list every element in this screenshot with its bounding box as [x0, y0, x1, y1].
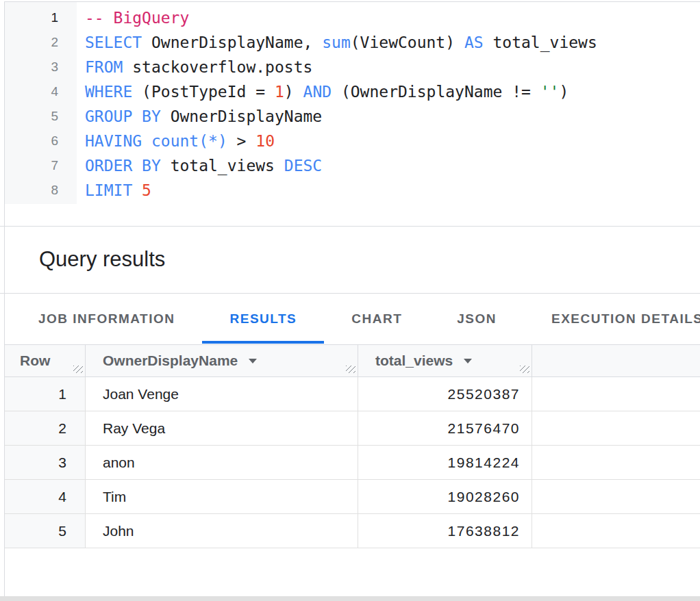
table-row: 2 Ray Vega 21576470: [5, 411, 700, 446]
column-header-ownerdisplayname: OwnerDisplayName: [86, 345, 358, 376]
column-dropdown-icon[interactable]: [249, 359, 257, 363]
code-text: HAVING count(*) > 10: [77, 129, 275, 153]
cell-row-number: 4: [5, 480, 86, 513]
cell-row-number: 3: [5, 446, 86, 479]
line-number: 4: [5, 79, 77, 104]
code-line: 1 -- BigQuery: [5, 5, 700, 30]
line-number: 1: [5, 5, 77, 30]
cell-filler: [532, 514, 700, 548]
tab-label: RESULTS: [229, 311, 297, 327]
code-text: LIMIT 5: [77, 178, 151, 203]
line-number: 2: [5, 30, 77, 55]
cell-total-views: 17638812: [358, 514, 532, 548]
code-text: GROUP BY OwnerDisplayName: [77, 104, 322, 129]
cell-row-number: 5: [5, 514, 86, 548]
column-dropdown-icon[interactable]: [464, 359, 472, 363]
table-row: 5 John 17638812: [5, 514, 700, 548]
cell-total-views: 19028260: [358, 480, 532, 513]
tab-bar: JOB INFORMATION RESULTS CHART JSON EXECU…: [11, 294, 700, 344]
cell-row-number: 2: [5, 411, 86, 445]
tab-label: EXECUTION DETAILS: [551, 311, 700, 327]
code-line: 4 WHERE (PostTypeId = 1) AND (OwnerDispl…: [5, 79, 700, 104]
code-text: ORDER BY total_views DESC: [77, 153, 322, 178]
column-header-row: Row: [5, 345, 86, 376]
tab-label: JSON: [457, 311, 497, 327]
table-row: 3 anon 19814224: [5, 446, 700, 480]
cell-owner-display-name: John: [86, 514, 358, 548]
cell-total-views: 19814224: [358, 446, 532, 479]
table-row: 1 Joan Venge 25520387: [5, 377, 700, 411]
line-number: 3: [5, 55, 77, 79]
active-tab-underline: [202, 341, 324, 344]
cell-filler: [532, 377, 700, 411]
code-line: 6 HAVING count(*) > 10: [5, 129, 700, 153]
table-body: 1 Joan Venge 25520387 2 Ray Vega 2157647…: [5, 377, 700, 548]
results-table: Row OwnerDisplayName total_views 1 Joan …: [5, 344, 700, 548]
table-header-filler: [532, 345, 700, 376]
cell-total-views: 21576470: [358, 411, 532, 445]
code-line: 7 ORDER BY total_views DESC: [5, 153, 700, 178]
column-header-total-views: total_views: [358, 345, 532, 376]
tab-results[interactable]: RESULTS: [202, 294, 324, 344]
cell-owner-display-name: anon: [86, 446, 358, 479]
line-number: 8: [5, 178, 77, 203]
sql-editor[interactable]: 1 -- BigQuery 2 SELECT OwnerDisplayName,…: [5, 2, 700, 226]
code-line: 2 SELECT OwnerDisplayName, sum(ViewCount…: [5, 30, 700, 55]
cell-filler: [532, 411, 700, 445]
line-number: 7: [5, 153, 77, 178]
code-line: 3 FROM stackoverflow.posts: [5, 55, 700, 79]
cell-owner-display-name: Ray Vega: [86, 411, 358, 445]
column-header-label: total_views: [375, 353, 453, 369]
column-resize-grip-icon[interactable]: [73, 366, 83, 373]
column-resize-grip-icon[interactable]: [346, 366, 355, 373]
cell-filler: [532, 446, 700, 479]
code-line: 5 GROUP BY OwnerDisplayName: [5, 104, 700, 129]
tab-chart[interactable]: CHART: [324, 294, 429, 344]
tab-label: JOB INFORMATION: [38, 311, 175, 327]
column-header-label: Row: [20, 353, 50, 369]
line-number: 6: [5, 129, 77, 153]
code-text: FROM stackoverflow.posts: [77, 55, 312, 79]
cell-owner-display-name: Tim: [86, 480, 358, 513]
table-row: 4 Tim 19028260: [5, 480, 700, 514]
cell-total-views: 25520387: [358, 377, 532, 411]
code-text: SELECT OwnerDisplayName, sum(ViewCount) …: [77, 30, 597, 55]
tab-execution-details[interactable]: EXECUTION DETAILS: [524, 294, 700, 344]
code-text: -- BigQuery: [77, 5, 189, 30]
code-lines: 1 -- BigQuery 2 SELECT OwnerDisplayName,…: [5, 5, 700, 203]
code-line: 8 LIMIT 5: [5, 178, 700, 203]
column-header-label: OwnerDisplayName: [103, 353, 238, 369]
line-number: 5: [5, 104, 77, 129]
cell-filler: [532, 480, 700, 513]
cell-row-number: 1: [5, 377, 86, 411]
cell-owner-display-name: Joan Venge: [86, 377, 358, 411]
column-resize-grip-icon[interactable]: [520, 366, 529, 373]
tab-job-information[interactable]: JOB INFORMATION: [11, 294, 202, 344]
page-title: Query results: [39, 227, 165, 292]
tab-label: CHART: [351, 311, 402, 327]
table-header-row: Row OwnerDisplayName total_views: [5, 344, 700, 377]
bottom-edge-bar: [0, 596, 700, 601]
tab-json[interactable]: JSON: [429, 294, 524, 344]
code-text: WHERE (PostTypeId = 1) AND (OwnerDisplay…: [77, 79, 568, 104]
